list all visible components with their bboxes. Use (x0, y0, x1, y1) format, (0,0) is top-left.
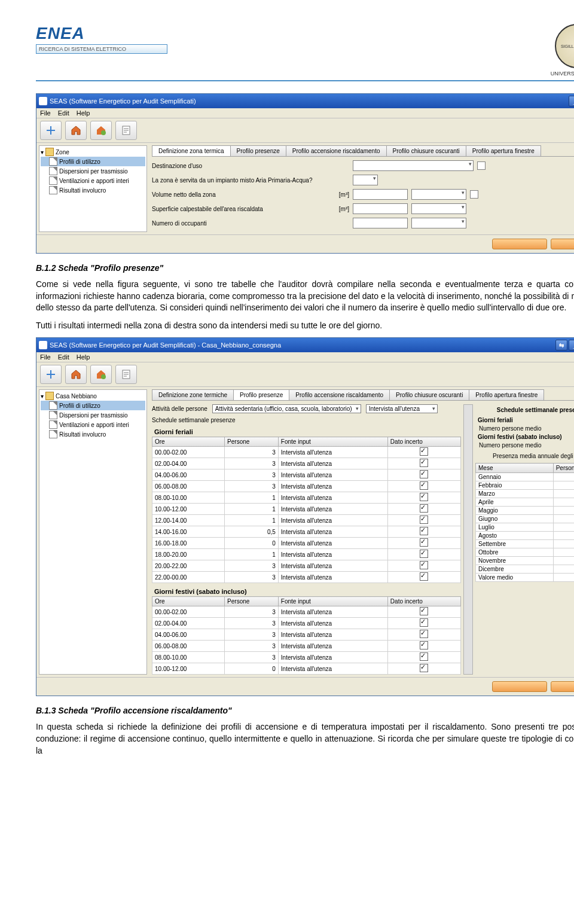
table-row[interactable]: 02.00-04.003Intervista all'utenza (152, 458, 461, 469)
checkbox[interactable] (420, 481, 428, 490)
table-row: Marzo1,66 (476, 490, 575, 498)
checkbox[interactable] (420, 641, 428, 649)
checkbox[interactable] (420, 664, 428, 672)
scrollbar[interactable] (463, 404, 473, 675)
checkbox[interactable] (420, 572, 428, 581)
checkbox[interactable] (420, 470, 428, 478)
tree-item-ventilazioni[interactable]: Ventilazioni e apporti interi (41, 420, 145, 429)
tab-finestre[interactable]: Profilo apertura finestre (466, 145, 541, 156)
app-icon (39, 97, 47, 105)
table-row[interactable]: 16.00-18.000Intervista all'utenza (152, 538, 461, 549)
footer-button-1[interactable] (492, 239, 547, 249)
input-field[interactable] (353, 218, 408, 228)
table-row[interactable]: 00.00-02.003Intervista all'utenza (152, 606, 461, 618)
svg-point-2 (101, 374, 106, 379)
tab-riscaldamento[interactable]: Profilo accensione riscaldamento (289, 389, 390, 400)
right-title: Schedule settimanale presenze (475, 404, 574, 416)
table-row[interactable]: 14.00-16.000,5Intervista all'utenza (152, 526, 461, 538)
footer-button-2[interactable] (551, 239, 574, 249)
tree-item-ventilazioni[interactable]: Ventilazioni e apporti interi (41, 176, 145, 185)
tab-definizione[interactable]: Definizione zone termiche (152, 389, 234, 400)
table-row[interactable]: 18.00-20.001Intervista all'utenza (152, 549, 461, 560)
menu-file[interactable]: File (40, 109, 51, 117)
table-row[interactable]: 02.00-04.003Intervista all'utenza (152, 618, 461, 629)
tree-item-risultati[interactable]: Risultati involucro (41, 185, 145, 195)
footer-button-2[interactable] (551, 681, 574, 692)
select-field[interactable] (411, 203, 466, 214)
table-row[interactable]: 08.00-10.003Intervista all'utenza (152, 652, 461, 663)
footer-buttons (36, 234, 574, 253)
menu-edit[interactable]: Edit (58, 353, 69, 361)
checkbox[interactable] (420, 630, 428, 638)
table-row[interactable]: 20.00-22.003Intervista all'utenza (152, 560, 461, 572)
table-row[interactable]: 06.00-08.003Intervista all'utenza (152, 641, 461, 652)
tree-item-risultati[interactable]: Risultati involucro (41, 429, 145, 439)
checkbox[interactable] (420, 493, 428, 501)
checkbox[interactable] (420, 538, 428, 547)
tool-house-settings-icon[interactable] (90, 121, 112, 140)
tool-add-icon[interactable] (40, 121, 62, 140)
select-field[interactable] (411, 189, 466, 200)
doc-icon (49, 411, 57, 419)
table-row[interactable]: 04.00-06.003Intervista all'utenza (152, 469, 461, 481)
checkbox[interactable] (420, 561, 428, 569)
table-row[interactable]: 22.00-00.003Intervista all'utenza (152, 572, 461, 583)
checkbox[interactable] (470, 190, 478, 199)
menu-edit[interactable]: Edit (58, 109, 69, 117)
input-field[interactable] (353, 203, 408, 214)
checkbox[interactable] (420, 504, 428, 513)
tool-add-icon[interactable] (40, 365, 62, 384)
tab-presenze[interactable]: Profilo presenze (230, 145, 286, 156)
tree-root[interactable]: ▾ Zone (41, 147, 145, 157)
footer-buttons (36, 677, 574, 696)
checkbox[interactable] (420, 618, 428, 627)
checkbox[interactable] (420, 527, 428, 535)
tree-item-dispersioni[interactable]: Dispersioni per trasmissio (41, 410, 145, 420)
checkbox[interactable] (420, 550, 428, 558)
footer-button-1[interactable] (492, 681, 547, 692)
table-row[interactable]: 10.00-12.000Intervista all'utenza (152, 663, 461, 675)
minimize-button[interactable]: _ (569, 96, 574, 106)
table-row[interactable]: 06.00-08.003Intervista all'utenza (152, 481, 461, 492)
select-field[interactable] (353, 160, 474, 171)
checkbox[interactable] (420, 516, 428, 524)
menu-file[interactable]: File (40, 353, 51, 361)
menu-help[interactable]: Help (77, 109, 90, 117)
nav-button[interactable]: ⇆ (555, 340, 567, 350)
tool-report-icon[interactable] (115, 121, 137, 140)
tab-finestre[interactable]: Profilo apertura finestre (469, 389, 544, 400)
tab-oscuranti[interactable]: Profilo chiusure oscuranti (386, 145, 466, 156)
tool-house-settings-icon[interactable] (90, 365, 112, 384)
pisa-logo: SIGILLUM · 1343 UNIVERSITÀ DI PISA (544, 24, 574, 77)
checkbox[interactable] (420, 447, 428, 456)
table-row[interactable]: 04.00-06.003Intervista all'utenza (152, 629, 461, 641)
tree-root[interactable]: ▾ Casa Nebbiano (41, 391, 145, 401)
attivita-select[interactable]: Attività sedentaria (ufficio, casa, scuo… (212, 404, 361, 413)
tool-home-icon[interactable] (65, 365, 87, 384)
checkbox[interactable] (420, 607, 428, 615)
toolbar (36, 118, 574, 143)
checkbox[interactable] (477, 161, 486, 170)
tab-definizione[interactable]: Definizione zona termica (152, 145, 231, 156)
input-field[interactable] (353, 189, 408, 200)
table-row[interactable]: 08.00-10.001Intervista all'utenza (152, 492, 461, 504)
select-field[interactable] (411, 218, 466, 228)
checkbox[interactable] (420, 459, 428, 467)
select-field[interactable] (353, 175, 378, 185)
tree-item-profili[interactable]: Profili di utilizzo (41, 401, 145, 410)
tab-presenze[interactable]: Profilo presenze (233, 389, 289, 400)
tool-report-icon[interactable] (115, 365, 137, 384)
tree-item-dispersioni[interactable]: Dispersioni per trasmissio (41, 166, 145, 176)
menu-help[interactable]: Help (77, 353, 90, 361)
tree-item-profili[interactable]: Profili di utilizzo (41, 157, 145, 166)
checkbox[interactable] (420, 652, 428, 661)
table-row[interactable]: 12.00-14.001Intervista all'utenza (152, 515, 461, 526)
tab-oscuranti[interactable]: Profilo chiusure oscuranti (389, 389, 469, 400)
table-row[interactable]: 10.00-12.001Intervista all'utenza (152, 504, 461, 515)
minimize-button[interactable]: _ (569, 340, 574, 350)
table-row[interactable]: 00.00-02.003Intervista all'utenza (152, 447, 461, 458)
fonte-select[interactable]: Intervista all'utenza (366, 404, 438, 413)
tool-home-icon[interactable] (65, 121, 87, 140)
tab-riscaldamento[interactable]: Profilo accensione riscaldamento (286, 145, 387, 156)
doc-icon (49, 157, 57, 166)
